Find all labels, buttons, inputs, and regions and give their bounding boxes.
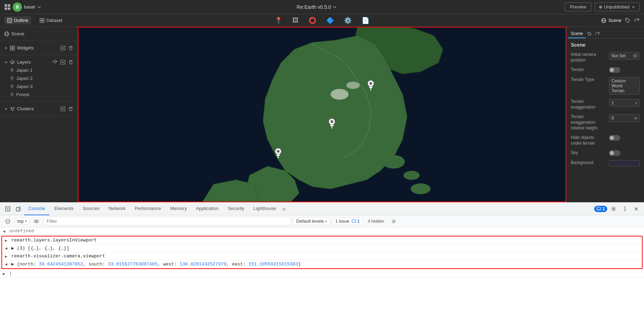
terrain-type-value[interactable]: Cesium World Terrain — [609, 77, 640, 95]
elements-tab[interactable]: Elements — [50, 203, 78, 215]
console-tab[interactable]: Console — [24, 203, 49, 215]
memory-tab[interactable]: Memory — [166, 203, 191, 215]
performance-tab[interactable]: Performance — [130, 203, 165, 215]
console-undefined-row: ◀ undefined — [0, 227, 644, 235]
dataset-icon — [40, 18, 45, 23]
prompt-arrow[interactable]: ▶ — [3, 271, 7, 276]
terrain-exagg-height-row: Terrain exaggeration relative height 0 m — [571, 114, 640, 131]
layer-item-forest[interactable]: Forest — [0, 90, 77, 99]
top-bar-right: Preview Unpublished — [556, 2, 644, 11]
location-icon[interactable]: 📍 — [275, 17, 282, 24]
svg-point-50 — [369, 82, 372, 85]
shape-icon[interactable]: 🔷 — [326, 17, 334, 24]
svg-rect-8 — [40, 18, 42, 20]
share-right-icon[interactable] — [595, 31, 600, 36]
output-arrow-obj[interactable]: ◀ — [5, 261, 9, 267]
map-pin-3[interactable] — [274, 148, 282, 156]
share-icon[interactable] — [634, 18, 640, 23]
layers-section: Layers Japan 1 Japan 2 Japan 3 — [0, 55, 77, 102]
svg-point-48 — [411, 183, 431, 194]
scene-header[interactable]: Scene — [0, 30, 77, 38]
right-sidebar: Scene Scene Initial camera position Not … — [566, 27, 644, 202]
terrain-exagg-label: Terrain exaggeration — [571, 99, 606, 110]
device-toolbar-button[interactable] — [13, 204, 23, 214]
delete-widget-icon[interactable] — [68, 46, 73, 51]
input-arrow-2[interactable]: ▶ — [5, 253, 9, 259]
delete-cluster-icon[interactable] — [68, 106, 73, 111]
chevron-right-icon — [4, 107, 8, 111]
avatar[interactable]: B — [13, 2, 22, 12]
outline-tab[interactable]: Outline — [4, 16, 31, 24]
import-layer-icon[interactable] — [60, 60, 65, 65]
more-tabs-button[interactable]: » — [281, 206, 287, 212]
console-filter-input[interactable] — [43, 217, 291, 226]
chevron-down-icon — [632, 5, 635, 9]
message-badge[interactable]: 1 — [594, 206, 607, 212]
svg-point-46 — [382, 155, 405, 169]
terrain-toggle[interactable] — [609, 67, 620, 73]
layer-item-japan3[interactable]: Japan 3 — [0, 82, 77, 90]
terrain-label: Terrain — [571, 67, 606, 73]
map-pin-1[interactable] — [367, 80, 375, 88]
title-chevron-icon[interactable] — [333, 5, 337, 9]
chevron-down-icon[interactable] — [37, 5, 41, 9]
layer-item-japan2[interactable]: Japan 2 — [0, 74, 77, 82]
background-color[interactable] — [609, 160, 640, 166]
hide-objects-toggle[interactable] — [609, 135, 620, 141]
terrain-exagg-height-input[interactable]: 0 m — [609, 114, 640, 122]
grid-icon[interactable] — [4, 4, 11, 10]
svg-point-54 — [277, 150, 280, 153]
output-arrow-1[interactable]: ◀ — [5, 245, 9, 251]
devtools-settings-button[interactable] — [609, 204, 619, 214]
level-selector[interactable]: Default levels ▾ — [293, 217, 330, 225]
scene-tab[interactable]: Scene — [601, 18, 621, 23]
settings-icon[interactable]: ⚙️ — [344, 17, 352, 24]
svg-point-47 — [404, 171, 420, 180]
eye-button[interactable] — [31, 216, 41, 226]
circle-icon[interactable]: ⭕ — [309, 17, 316, 24]
document-icon[interactable]: 📄 — [362, 17, 369, 24]
clear-console-button[interactable] — [3, 216, 13, 226]
add-cluster-icon[interactable] — [60, 106, 65, 111]
right-sidebar-tabs: Scene — [567, 30, 644, 39]
add-widget-icon[interactable] — [60, 46, 65, 51]
svg-rect-9 — [42, 18, 44, 20]
sources-tab[interactable]: Sources — [78, 203, 104, 215]
layers-header[interactable]: Layers — [0, 58, 77, 66]
close-devtools-button[interactable] — [631, 204, 641, 214]
input-arrow-1[interactable]: ▶ — [5, 238, 9, 243]
context-selector[interactable]: top ▾ — [15, 217, 29, 225]
delete-layer-icon[interactable] — [68, 60, 73, 65]
network-tab[interactable]: Network — [105, 203, 130, 215]
devtools-more-button[interactable] — [620, 204, 630, 214]
pin-icon — [10, 93, 14, 97]
add-layer-icon[interactable] — [53, 60, 58, 65]
sky-toggle[interactable] — [609, 150, 620, 156]
console-arrow[interactable]: ◀ — [3, 228, 7, 234]
image-icon[interactable]: 🖼 — [292, 17, 299, 24]
console-cursor[interactable]: | — [9, 271, 12, 276]
security-tab[interactable]: Security — [223, 203, 248, 215]
camera-position-value[interactable]: Not Set — [609, 52, 640, 60]
terrain-exagg-input[interactable]: 1 x — [609, 99, 640, 107]
console-settings-button[interactable] — [389, 217, 398, 226]
lighthouse-tab[interactable]: Lighthouse — [249, 203, 280, 215]
layer-item-japan1[interactable]: Japan 1 — [0, 66, 77, 74]
top-bar-left: B basel — [0, 2, 78, 12]
inspect-element-button[interactable] — [3, 204, 13, 214]
issue-badge[interactable]: 1 Issue: 1 — [332, 217, 363, 225]
clusters-header[interactable]: Clusters — [0, 105, 77, 113]
svg-marker-26 — [10, 60, 14, 63]
map-area — [78, 27, 566, 202]
sky-row: Sky — [571, 150, 640, 156]
tag-right-icon[interactable] — [587, 31, 592, 36]
tag-icon[interactable] — [625, 18, 631, 23]
map-pin-2[interactable] — [328, 118, 336, 127]
dataset-tab[interactable]: Dataset — [37, 16, 65, 24]
camera-settings-icon[interactable] — [633, 54, 637, 58]
application-tab[interactable]: Application — [192, 203, 223, 215]
unpublished-button[interactable]: Unpublished — [595, 2, 640, 11]
widgets-header[interactable]: Widgets — [0, 44, 77, 52]
scene-right-tab[interactable]: Scene — [568, 30, 586, 38]
preview-button[interactable]: Preview — [564, 2, 591, 11]
